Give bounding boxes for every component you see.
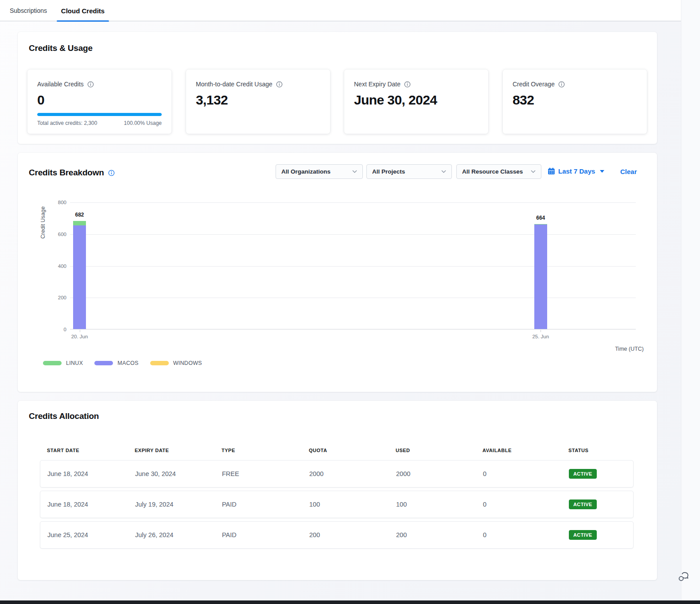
cell-quota: 200 — [309, 531, 396, 538]
cell-expiry-date: July 19, 2024 — [135, 501, 222, 508]
scrollbar-gutter[interactable] — [681, 0, 700, 600]
total-active-credits: Total active credits: 2,300 — [37, 120, 97, 126]
cell-expiry-date: June 30, 2024 — [135, 470, 222, 477]
available-credits-card: Available Credits 0 Total active credits… — [27, 70, 171, 134]
credits-breakdown-title-text: Credits Breakdown — [29, 168, 104, 178]
tab-bar: Subscriptions Cloud Credits — [0, 0, 681, 21]
legend-label: LINUX — [66, 360, 83, 366]
chart-bar-segment-linux — [73, 221, 86, 225]
credits-allocation-title-text: Credits Allocation — [29, 411, 99, 421]
cell-quota: 2000 — [309, 470, 396, 477]
credit-overage-label: Credit Overage — [513, 81, 555, 88]
cell-expiry-date: July 26, 2024 — [135, 531, 222, 538]
next-expiry-label: Next Expiry Date — [354, 81, 401, 88]
projects-dropdown-value: All Projects — [372, 168, 405, 175]
table-row: June 18, 2024June 30, 2024FREE200020000A… — [40, 460, 634, 488]
chart-bar-value-label: 682 — [75, 212, 84, 218]
cell-available: 0 — [483, 501, 569, 508]
chart-bar — [534, 224, 547, 329]
mtd-usage-card: Month-to-date Credit Usage 3,132 — [186, 70, 330, 134]
column-header: START DATE — [47, 448, 135, 453]
chevron-down-icon — [531, 170, 536, 173]
cell-start-date: June 18, 2024 — [47, 470, 135, 477]
column-header: TYPE — [222, 448, 309, 453]
credit-overage-card: Credit Overage 832 — [503, 70, 647, 134]
chart-bar-value-label: 664 — [536, 215, 545, 221]
mtd-usage-value: 3,132 — [196, 93, 320, 107]
credit-overage-value: 832 — [513, 93, 637, 107]
legend-item-windows[interactable]: WINDOWS — [150, 360, 202, 366]
chart-bar-segment-macos — [73, 225, 86, 329]
support-chat-icon[interactable] — [677, 570, 690, 584]
chart-plot: 68220. Jun66425. Jun — [70, 202, 636, 329]
legend-item-linux[interactable]: LINUX — [43, 360, 83, 366]
chart-y-tick-label: 800 — [58, 200, 66, 205]
credits-allocation-panel: Credits Allocation START DATEEXPIRY DATE… — [18, 401, 657, 580]
legend-label: WINDOWS — [173, 360, 202, 366]
cell-available: 0 — [483, 531, 569, 538]
chart-gridline — [70, 298, 636, 298]
usage-percent: 100.00% Usage — [124, 120, 162, 126]
column-header: EXPIRY DATE — [135, 448, 222, 453]
allocation-table-header: START DATEEXPIRY DATETYPEQUOTAUSEDAVAILA… — [40, 448, 634, 453]
credits-breakdown-title: Credits Breakdown — [29, 168, 115, 178]
allocation-rows: June 18, 2024June 30, 2024FREE200020000A… — [40, 460, 634, 549]
column-header: QUOTA — [309, 448, 396, 453]
organizations-dropdown[interactable]: All Organizations — [276, 164, 363, 179]
chart-gridline — [70, 202, 636, 203]
chart-x-tick-label: 25. Jun — [532, 334, 549, 339]
info-icon[interactable] — [87, 81, 94, 88]
info-icon[interactable] — [558, 81, 565, 88]
chart-y-labels: 0200400600800 — [18, 202, 66, 329]
chevron-down-icon — [352, 170, 357, 173]
chart-x-axis-title: Time (UTC) — [615, 346, 644, 352]
chart-x-tick — [80, 330, 80, 332]
cell-type: PAID — [222, 531, 309, 538]
chart-x-tick-label: 20. Jun — [71, 334, 88, 339]
projects-dropdown[interactable]: All Projects — [366, 164, 452, 179]
credits-usage-title: Credits & Usage — [29, 43, 93, 53]
mtd-usage-label-row: Month-to-date Credit Usage — [196, 81, 320, 88]
cell-quota: 100 — [309, 501, 396, 508]
legend-label: MACOS — [117, 360, 138, 366]
credits-progress-fill — [37, 113, 162, 116]
available-credits-footer: Total active credits: 2,300 100.00% Usag… — [37, 120, 162, 126]
credits-usage-title-text: Credits & Usage — [29, 43, 93, 53]
next-expiry-value: June 30, 2024 — [354, 93, 478, 107]
info-icon[interactable] — [404, 81, 411, 88]
status-badge: ACTIVE — [569, 499, 597, 509]
bottom-window-edge — [0, 600, 700, 604]
caret-down-icon — [600, 170, 604, 173]
column-header: USED — [396, 448, 482, 453]
column-header: AVAILABLE — [482, 448, 568, 453]
legend-swatch — [43, 361, 62, 365]
tab-subscriptions[interactable]: Subscriptions — [10, 0, 47, 21]
credits-breakdown-panel: Credits Breakdown All Organizations All … — [18, 153, 657, 392]
cell-start-date: June 25, 2024 — [47, 531, 135, 538]
chevron-down-icon — [441, 170, 446, 173]
cloud-credits-page: Subscriptions Cloud Credits Credits & Us… — [0, 0, 700, 604]
chart-legend: LINUXMACOSWINDOWS — [43, 360, 202, 366]
info-icon[interactable] — [276, 81, 283, 88]
chart-bar — [73, 221, 86, 329]
status-badge: ACTIVE — [569, 469, 597, 479]
available-credits-label: Available Credits — [37, 81, 84, 88]
chart-x-tick — [541, 330, 541, 332]
date-range-filter[interactable]: Last 7 Days — [548, 167, 604, 175]
chart-bar-segment-macos — [534, 225, 547, 329]
next-expiry-card: Next Expiry Date June 30, 2024 — [344, 70, 488, 134]
credits-usage-panel: Credits & Usage Available Credits 0 Tota… — [18, 32, 657, 144]
organizations-dropdown-value: All Organizations — [281, 168, 331, 175]
info-icon[interactable] — [108, 170, 115, 176]
cell-start-date: June 18, 2024 — [47, 501, 135, 508]
credits-progress-bar — [37, 113, 162, 116]
clear-filters-button[interactable]: Clear — [620, 168, 637, 175]
tab-cloud-credits[interactable]: Cloud Credits — [57, 0, 109, 21]
resource-classes-dropdown[interactable]: All Resource Classes — [456, 164, 541, 179]
credits-allocation-table: START DATEEXPIRY DATETYPEQUOTAUSEDAVAILA… — [40, 448, 634, 552]
mtd-usage-label: Month-to-date Credit Usage — [196, 81, 272, 88]
chart-gridline — [70, 234, 636, 235]
legend-item-macos[interactable]: MACOS — [94, 360, 138, 366]
available-credits-value: 0 — [37, 93, 162, 107]
chart-y-tick-label: 600 — [58, 232, 66, 237]
